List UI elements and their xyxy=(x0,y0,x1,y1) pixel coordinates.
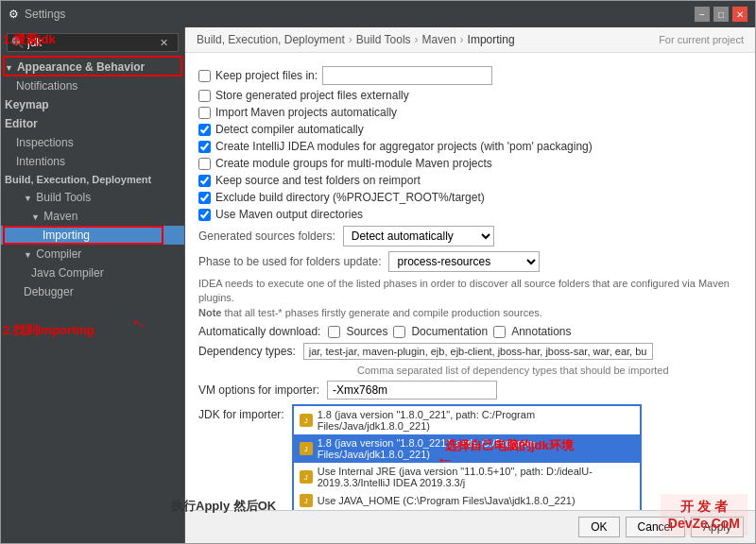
breadcrumb-part2: Build Tools xyxy=(356,33,411,46)
jdk-icon-java-home: J xyxy=(300,494,313,507)
jdk-item-internal-jre[interactable]: J Use Internal JRE (java version "11.0.5… xyxy=(294,463,640,491)
jdk-item-java-home[interactable]: J Use JAVA_HOME (C:\Program Files\Java\j… xyxy=(294,491,640,510)
checkbox-keep-project-input[interactable] xyxy=(198,70,211,82)
dep-types-label: Dependency types: xyxy=(198,345,296,358)
sidebar-item-keymap[interactable]: Keymap xyxy=(1,95,184,114)
checkbox-detect-compiler-input[interactable] xyxy=(198,124,211,136)
sidebar-item-intentions[interactable]: Intentions xyxy=(1,152,184,171)
sidebar-section: ▼ Appearance & Behavior Notifications Ke… xyxy=(1,58,184,301)
sidebar-item-maven[interactable]: ▼ Maven xyxy=(1,207,184,226)
generated-sources-select[interactable]: Detect automatically Target directory xyxy=(343,226,494,246)
jdk-item-java-home-label: Use JAVA_HOME (C:\Program Files\Java\jdk… xyxy=(318,495,576,506)
checkbox-exclude-build-label: Exclude build directory (%PROJECT_ROOT%/… xyxy=(215,191,485,204)
jdk-row: JDK for importer: J 1.8 (java version "1… xyxy=(198,404,742,510)
generated-sources-label: Generated sources folders: xyxy=(198,230,335,243)
checkbox-store-generated-label: Store generated project files externally xyxy=(215,89,409,102)
sidebar-item-compiler[interactable]: ▼ Compiler xyxy=(1,245,184,264)
keep-project-path-input[interactable] xyxy=(322,66,492,85)
jdk-item-internal-label: Use Internal JRE (java version "11.0.5+1… xyxy=(318,466,634,488)
breadcrumb-part1: Build, Execution, Deployment xyxy=(197,33,345,46)
content-panel: Build, Execution, Deployment › Build Too… xyxy=(185,27,755,543)
checkbox-keep-project-label: Keep project files in: xyxy=(215,69,318,82)
checkbox-use-maven-output: Use Maven output directories xyxy=(198,208,742,221)
breadcrumb-current: Importing xyxy=(468,33,515,46)
checkbox-create-module-groups-input[interactable] xyxy=(198,158,211,170)
generated-sources-row: Generated sources folders: Detect automa… xyxy=(198,226,742,246)
sidebar-item-build-tools[interactable]: ▼ Build Tools xyxy=(1,188,184,207)
checkbox-detect-compiler: Detect compiler automatically xyxy=(198,123,742,136)
ok-button[interactable]: OK xyxy=(578,517,619,537)
sidebar-item-build-execution[interactable]: Build, Execution, Deployment xyxy=(1,171,184,188)
checkbox-create-module-groups-label: Create module groups for multi-module Ma… xyxy=(215,157,492,170)
checkbox-use-maven-output-input[interactable] xyxy=(198,209,211,221)
checkbox-use-maven-output-label: Use Maven output directories xyxy=(215,208,363,221)
checkbox-create-intellij-input[interactable] xyxy=(198,141,211,153)
sidebar-item-inspections[interactable]: Inspections xyxy=(1,133,184,152)
breadcrumb-sep2: › xyxy=(415,33,419,46)
dep-types-row: Dependency types: xyxy=(198,343,742,360)
search-input-wrap: 🔍 ✕ xyxy=(7,33,179,52)
checkbox-store-generated-input[interactable] xyxy=(198,90,211,102)
settings-icon: ⚙ xyxy=(9,8,19,21)
sidebar-item-appearance[interactable]: ▼ Appearance & Behavior xyxy=(1,58,184,76)
vm-options-row: VM options for importer: xyxy=(198,381,742,400)
caret-icon: ▼ xyxy=(31,212,41,222)
checkbox-exclude-build: Exclude build directory (%PROJECT_ROOT%/… xyxy=(198,191,742,204)
search-icon: 🔍 xyxy=(11,37,25,49)
checkbox-keep-source: Keep source and test folders on reimport xyxy=(198,174,742,187)
jdk-item-2[interactable]: J 1.8 (java version "1.8.0_221", path: C… xyxy=(294,434,640,463)
phase-row: Phase to be used for folders update: pro… xyxy=(198,251,742,272)
documentation-label: Documentation xyxy=(411,325,488,338)
cancel-button[interactable]: Cancel xyxy=(626,517,685,537)
checkbox-annotations[interactable] xyxy=(493,326,506,338)
jdk-icon-1: J xyxy=(300,414,313,427)
dep-types-hint: Comma separated list of dependency types… xyxy=(357,365,742,376)
window-title: Settings xyxy=(25,8,65,21)
caret-icon: ▼ xyxy=(5,63,14,73)
breadcrumb-sep3: › xyxy=(460,33,464,46)
dep-types-input[interactable] xyxy=(303,343,653,360)
vm-options-input[interactable] xyxy=(327,381,497,400)
search-box: 🔍 ✕ xyxy=(1,27,184,58)
sidebar-item-debugger[interactable]: Debugger xyxy=(1,282,184,301)
sidebar-item-notifications[interactable]: Notifications xyxy=(1,76,184,95)
minimize-button[interactable]: − xyxy=(695,7,710,22)
checkbox-documentation[interactable] xyxy=(393,326,405,338)
checkbox-keep-source-input[interactable] xyxy=(198,175,211,187)
breadcrumb-sep1: › xyxy=(349,33,352,46)
sidebar-item-editor[interactable]: Editor xyxy=(1,114,184,133)
close-button[interactable]: ✕ xyxy=(732,7,747,22)
sidebar: 🔍 ✕ ▼ Appearance & Behavior Notification… xyxy=(1,27,185,543)
checkbox-sources[interactable] xyxy=(328,326,340,338)
main-content: 🔍 ✕ ▼ Appearance & Behavior Notification… xyxy=(1,27,755,543)
breadcrumb-part3: Maven xyxy=(422,33,456,46)
title-bar-controls: − □ ✕ xyxy=(695,7,747,22)
jdk-item-1[interactable]: J 1.8 (java version "1.8.0_221", path: C… xyxy=(294,406,640,434)
settings-body: Keep project files in: Store generated p… xyxy=(185,53,755,510)
caret-icon: ▼ xyxy=(24,194,33,203)
auto-download-row: Automatically download: Sources Document… xyxy=(198,325,742,338)
caret-icon: ▼ xyxy=(24,250,33,260)
clear-search-icon[interactable]: ✕ xyxy=(160,37,168,49)
annotations-label: Annotations xyxy=(511,325,571,338)
checkbox-keep-project: Keep project files in: xyxy=(198,66,742,85)
checkbox-keep-source-label: Keep source and test folders on reimport xyxy=(215,174,421,187)
jdk-label: JDK for importer: xyxy=(198,404,284,421)
jdk-icon-internal: J xyxy=(300,470,313,484)
checkbox-create-module-groups: Create module groups for multi-module Ma… xyxy=(198,157,742,170)
checkbox-import-maven: Import Maven projects automatically xyxy=(198,106,742,119)
vm-options-label: VM options for importer: xyxy=(198,383,319,397)
maximize-button[interactable]: □ xyxy=(713,7,729,22)
jdk-list: J 1.8 (java version "1.8.0_221", path: C… xyxy=(292,404,642,510)
checkbox-import-maven-input[interactable] xyxy=(198,107,211,119)
jdk-item-2-label: 1.8 (java version "1.8.0_221", path: C:/… xyxy=(318,437,634,460)
title-bar-left: ⚙ Settings xyxy=(9,8,65,21)
checkbox-exclude-build-input[interactable] xyxy=(198,192,211,204)
sidebar-item-importing[interactable]: Importing xyxy=(1,226,184,245)
note-bold: Note xyxy=(198,307,221,318)
apply-button[interactable]: Apply xyxy=(691,517,744,537)
sidebar-item-java-compiler[interactable]: Java Compiler xyxy=(1,264,184,282)
settings-window: ⚙ Settings − □ ✕ 🔍 ✕ ▼ Appearance & Beha… xyxy=(0,0,756,544)
phase-select[interactable]: process-resources xyxy=(388,251,540,272)
search-input[interactable] xyxy=(27,36,160,49)
